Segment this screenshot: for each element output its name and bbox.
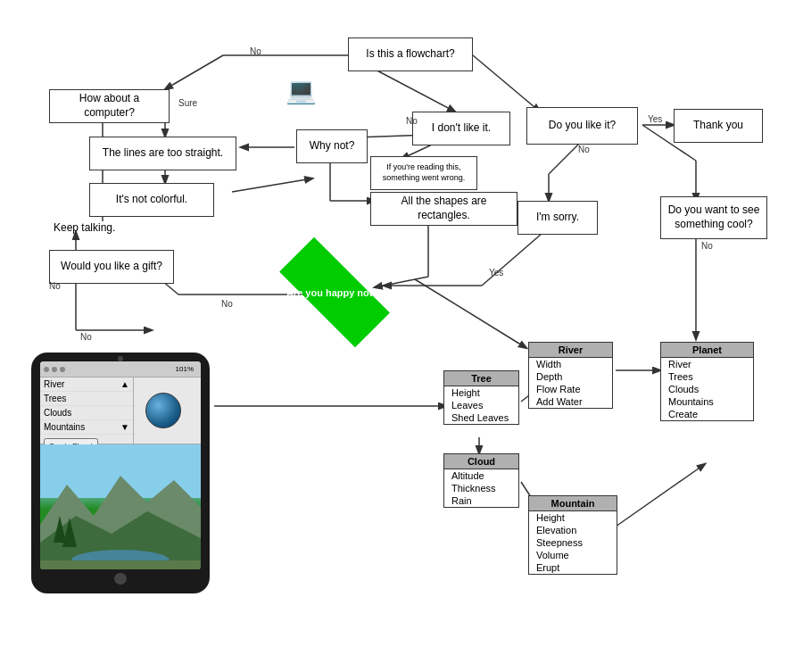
planet-row-clouds: Clouds: [661, 383, 753, 395]
mountain-table: Mountain Height Elevation Steepness Volu…: [528, 495, 617, 575]
is-flowchart-box: Is this a flowchart?: [348, 37, 473, 71]
list-item-trees: Trees: [40, 392, 133, 406]
would-gift-box: Would you like a gift?: [49, 250, 174, 284]
why-not-box: Why not?: [296, 129, 368, 163]
tablet-dot-2: [52, 367, 57, 372]
river-row-addwater: Add Water: [529, 395, 612, 408]
river-header: River: [529, 343, 612, 358]
svg-line-0: [370, 67, 455, 112]
cloud-row-rain: Rain: [444, 494, 518, 507]
tree-row-leaves: Leaves: [444, 399, 518, 411]
cloud-header: Cloud: [444, 454, 518, 469]
landscape-svg: [40, 444, 201, 569]
label-no-dont-like: No: [406, 116, 418, 126]
tablet-list: River ▲ Trees Clouds Mountains ▼ Create: [40, 377, 134, 444]
river-table: River Width Depth Flow Rate Add Water: [528, 342, 613, 409]
flowchart-container: Is this a flowchart? How about a compute…: [0, 0, 803, 672]
list-item-river: River ▲: [40, 377, 133, 392]
planet-row-trees: Trees: [661, 370, 753, 383]
mountain-row-steepness: Steepness: [529, 536, 617, 549]
tablet-home-button[interactable]: [114, 573, 127, 585]
globe: [145, 393, 181, 428]
svg-line-8: [232, 178, 312, 192]
tree-row-height: Height: [444, 386, 518, 399]
svg-line-13: [549, 143, 580, 174]
svg-line-33: [616, 464, 705, 527]
all-shapes-box: All the shapes are rectangles.: [370, 192, 517, 226]
tablet-device: 101% River ▲ Trees Clouds Mountains: [31, 353, 210, 593]
planet-table: Planet River Trees Clouds Mountains Crea…: [660, 342, 754, 421]
tablet-dot-1: [44, 367, 49, 372]
label-yes-happy: Yes: [489, 268, 503, 278]
not-colorful-box: It's not colorful.: [89, 183, 214, 217]
mountain-row-elevation: Elevation: [529, 524, 617, 536]
river-row-depth: Depth: [529, 370, 612, 383]
tablet-ui-bar: 101%: [40, 361, 201, 377]
laptop-icon: 💻: [286, 76, 317, 105]
river-row-width: Width: [529, 358, 612, 370]
keep-talking-label: Keep talking.: [54, 221, 115, 234]
tablet-dot-3: [60, 367, 65, 372]
label-no-bottom: No: [80, 332, 92, 342]
planet-header: Planet: [661, 343, 753, 358]
river-row-flowrate: Flow Rate: [529, 383, 612, 395]
dont-like-box: I don't like it.: [412, 112, 510, 145]
planet-row-river: River: [661, 358, 753, 370]
label-no-do-like: No: [578, 145, 590, 154]
svg-line-28: [415, 279, 526, 348]
label-no-is-flowchart: No: [250, 46, 261, 56]
how-computer-box: How about a computer?: [49, 89, 170, 123]
tree-table: Tree Height Leaves Shed Leaves: [443, 370, 519, 425]
list-item-clouds: Clouds: [40, 406, 133, 420]
svg-rect-41: [40, 560, 201, 569]
im-sorry-box: I'm sorry.: [517, 201, 598, 235]
label-no-want-cool: No: [701, 241, 713, 251]
tablet-ui-content: River ▲ Trees Clouds Mountains ▼ Create: [40, 377, 201, 444]
list-item-mountains: Mountains ▼: [40, 420, 133, 435]
mountain-row-height: Height: [529, 511, 617, 524]
lines-straight-box: The lines are too straight.: [89, 137, 236, 170]
mountain-row-volume: Volume: [529, 549, 617, 561]
tablet-landscape-image: [40, 444, 201, 569]
planet-row-mountains: Mountains: [661, 395, 753, 408]
planet-row-create: Create: [661, 408, 753, 420]
label-no-happy: No: [221, 299, 233, 309]
mountain-row-erupt: Erupt: [529, 561, 617, 574]
reading-wrong-box: If you're reading this, something went w…: [370, 156, 477, 190]
cloud-row-thickness: Thickness: [444, 482, 518, 494]
label-yes-do-like: Yes: [648, 114, 662, 124]
tablet-globe: [134, 377, 192, 444]
do-want-cool-box: Do you want to see something cool?: [660, 196, 767, 239]
tablet-signal: 101%: [176, 365, 194, 373]
are-happy-diamond: Are you happy now?: [272, 263, 397, 321]
tablet-screen: 101% River ▲ Trees Clouds Mountains: [40, 361, 201, 569]
tree-header: Tree: [444, 371, 518, 386]
cloud-row-altitude: Altitude: [444, 469, 518, 482]
label-sure: Sure: [178, 98, 197, 108]
label-no-gift: No: [49, 281, 61, 291]
mountain-header: Mountain: [529, 496, 617, 511]
thank-you-box: Thank you: [674, 109, 763, 143]
cloud-table: Cloud Altitude Thickness Rain: [443, 453, 519, 508]
do-you-like-box: Do you like it?: [526, 107, 638, 145]
svg-line-1: [473, 55, 540, 112]
tree-row-shed: Shed Leaves: [444, 411, 518, 424]
svg-line-3: [165, 55, 223, 89]
